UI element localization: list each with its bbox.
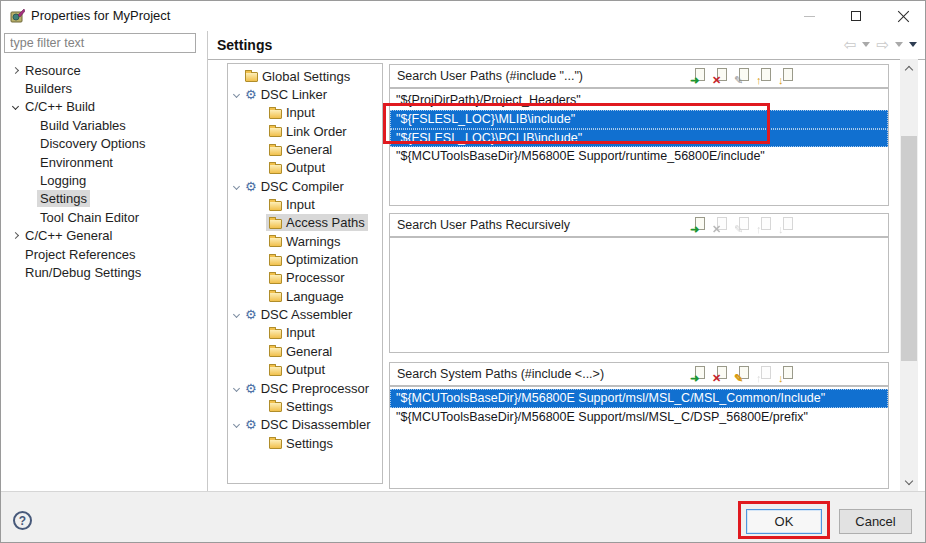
maximize-button[interactable] [839,1,873,31]
folder-icon [269,402,282,412]
path-row-selected[interactable]: "${FSLESL_LOC}\PCLIB\include" [390,129,888,148]
config-item-linker-input[interactable]: Input [228,104,382,122]
tree-item-builders[interactable]: Builders [1,79,205,97]
chevron-down-icon[interactable] [232,384,239,391]
folder-icon [269,366,282,376]
tree-item-discovery-options[interactable]: Discovery Options [1,135,205,153]
config-item-linker-general[interactable]: General [228,140,382,158]
move-up-icon: ↑ [756,366,772,382]
chevron-right-icon[interactable] [11,232,18,239]
add-path-icon[interactable]: ➜ [690,366,706,382]
scrollbar-thumb[interactable] [901,136,917,361]
help-button[interactable]: ? [13,511,32,530]
folder-icon [269,164,282,174]
tree-item-project-references[interactable]: Project References [1,245,205,263]
cancel-button[interactable]: Cancel [839,509,912,534]
chevron-down-icon[interactable] [232,421,239,428]
forward-icon[interactable]: ⇨ [876,37,889,52]
chevron-down-icon[interactable] [232,91,239,98]
ok-button[interactable]: OK [746,509,822,534]
folder-icon [269,347,282,357]
scroll-up-icon[interactable] [900,59,918,76]
window-title: Properties for MyProject [31,8,170,23]
view-menu-icon[interactable] [909,42,917,47]
folder-icon [269,201,282,211]
group-title: Search System Paths (#include <...>) [397,367,604,381]
scroll-down-icon[interactable] [900,474,918,491]
move-down-icon[interactable]: ↓ [778,68,794,84]
move-down-icon: ↓ [778,217,794,233]
config-item-preprocessor-settings[interactable]: Settings [228,397,382,415]
group-title: Search User Paths (#include "...") [397,69,583,83]
tree-item-logging[interactable]: Logging [1,171,205,189]
config-item-dsc-assembler[interactable]: ⚙DSC Assembler [228,305,382,323]
move-down-icon[interactable]: ↓ [778,366,794,382]
folder-icon [245,72,258,82]
config-item-access-paths[interactable]: Access Paths [228,214,382,232]
recursive-paths-list[interactable] [389,237,889,353]
config-item-dsc-preprocessor[interactable]: ⚙DSC Preprocessor [228,379,382,397]
vertical-scrollbar[interactable] [900,59,918,491]
folder-icon [269,292,282,302]
config-item-language[interactable]: Language [228,287,382,305]
config-item-assembler-general[interactable]: General [228,342,382,360]
forward-dropdown-icon[interactable] [895,42,903,47]
config-item-processor[interactable]: Processor [228,269,382,287]
close-button[interactable] [887,1,921,31]
config-item-assembler-input[interactable]: Input [228,324,382,342]
tree-item-cpp-build[interactable]: C/C++ Build [1,98,205,116]
config-item-optimization[interactable]: Optimization [228,250,382,268]
title-bar: Properties for MyProject [1,1,925,31]
path-row-selected[interactable]: "${FSLESL_LOC}\MLIB\include" [390,110,888,129]
filter-input[interactable] [4,33,196,53]
config-item-dsc-compiler[interactable]: ⚙DSC Compiler [228,177,382,195]
chevron-right-icon[interactable] [11,67,18,74]
path-row[interactable]: "${MCUToolsBaseDir}/M56800E Support/runt… [390,147,888,166]
add-path-icon[interactable]: ➜ [690,68,706,84]
pane-divider[interactable] [207,31,208,491]
edit-path-icon[interactable]: ✎ [734,68,750,84]
gear-icon: ⚙ [245,418,257,431]
recursive-paths-toolbar: ➜ ✕ ✎ ↑ ↓ [690,217,794,233]
delete-path-icon[interactable]: ✕ [712,366,728,382]
gear-icon: ⚙ [245,88,257,101]
config-item-dsc-disassembler[interactable]: ⚙DSC Disassembler [228,416,382,434]
user-paths-header: Search User Paths (#include "...") ➜ ✕ ✎… [389,64,889,88]
question-icon: ? [19,514,26,528]
tree-item-cpp-general[interactable]: C/C++ General [1,227,205,245]
config-item-linker-output[interactable]: Output [228,159,382,177]
path-row-selected[interactable]: "${MCUToolsBaseDir}/M56800E Support/msl/… [390,389,888,408]
move-up-icon[interactable]: ↑ [756,68,772,84]
gear-icon: ⚙ [245,180,257,193]
add-path-icon[interactable]: ➜ [690,217,706,233]
tree-item-resource[interactable]: Resource [1,61,205,79]
config-item-disassembler-settings[interactable]: Settings [228,434,382,452]
config-item-dsc-linker[interactable]: ⚙DSC Linker [228,85,382,103]
back-dropdown-icon[interactable] [862,42,870,47]
folder-icon [269,237,282,247]
tree-item-settings[interactable]: Settings [1,190,205,208]
folder-icon [269,146,282,156]
chevron-down-icon[interactable] [11,103,18,110]
page-title: Settings [217,37,272,53]
path-row[interactable]: "${MCUToolsBaseDir}/M56800E Support/msl/… [390,408,888,427]
delete-path-icon[interactable]: ✕ [712,68,728,84]
tree-item-environment[interactable]: Environment [1,153,205,171]
config-item-compiler-input[interactable]: Input [228,195,382,213]
config-item-global-settings[interactable]: Global Settings [228,67,382,85]
config-item-warnings[interactable]: Warnings [228,232,382,250]
minimize-button[interactable] [792,1,826,31]
system-paths-list: "${MCUToolsBaseDir}/M56800E Support/msl/… [389,386,889,489]
tree-item-run-debug-settings[interactable]: Run/Debug Settings [1,263,205,281]
config-item-assembler-output[interactable]: Output [228,361,382,379]
chevron-down-icon[interactable] [232,311,239,318]
system-paths-header: Search System Paths (#include <...>) ➜ ✕… [389,362,889,386]
properties-dialog-icon [9,8,25,24]
edit-path-icon[interactable]: ✎ [734,366,750,382]
config-item-link-order[interactable]: Link Order [228,122,382,140]
chevron-down-icon[interactable] [232,183,239,190]
back-icon[interactable]: ⇦ [844,37,857,52]
path-row[interactable]: "${ProjDirPath}/Project_Headers" [390,91,888,110]
tree-item-tool-chain-editor[interactable]: Tool Chain Editor [1,208,205,226]
tree-item-build-variables[interactable]: Build Variables [1,116,205,134]
